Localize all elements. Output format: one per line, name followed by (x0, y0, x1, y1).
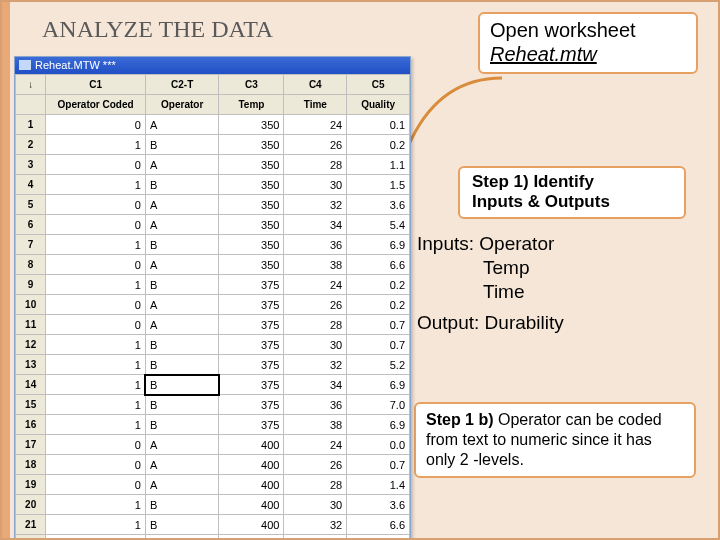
row-header[interactable]: 3 (16, 155, 46, 175)
cell[interactable]: 38 (284, 415, 347, 435)
cell[interactable]: 375 (219, 355, 284, 375)
cell[interactable]: B (145, 535, 219, 541)
cell[interactable]: 0.2 (347, 135, 410, 155)
cell[interactable]: 0.2 (347, 295, 410, 315)
row-header[interactable]: 13 (16, 355, 46, 375)
cell[interactable]: 1.5 (347, 175, 410, 195)
cell[interactable]: 1 (46, 135, 146, 155)
cell[interactable]: 32 (284, 515, 347, 535)
col-c1[interactable]: C1 (46, 75, 146, 95)
cell[interactable]: B (145, 395, 219, 415)
worksheet-window[interactable]: Reheat.MTW *** ↓ C1 C2-T C3 C4 C5 Operat… (14, 56, 411, 540)
cell[interactable]: A (145, 435, 219, 455)
row-header[interactable]: 5 (16, 195, 46, 215)
col-c5[interactable]: C5 (347, 75, 410, 95)
cell[interactable]: A (145, 155, 219, 175)
cell[interactable]: 400 (219, 535, 284, 541)
row-header[interactable]: 2 (16, 135, 46, 155)
cell[interactable]: 6.6 (347, 255, 410, 275)
col-c4[interactable]: C4 (284, 75, 347, 95)
cell[interactable]: 1 (46, 375, 146, 395)
hdr-operator[interactable]: Operator (145, 95, 219, 115)
cell[interactable]: 0 (46, 115, 146, 135)
cell[interactable]: 0 (46, 315, 146, 335)
cell[interactable]: 1 (46, 275, 146, 295)
cell[interactable]: A (145, 195, 219, 215)
cell[interactable]: 350 (219, 155, 284, 175)
cell[interactable]: 1 (46, 535, 146, 541)
row-header[interactable]: 4 (16, 175, 46, 195)
row-header[interactable]: 15 (16, 395, 46, 415)
cell[interactable]: 1.4 (347, 475, 410, 495)
cell[interactable]: A (145, 315, 219, 335)
row-header[interactable]: 16 (16, 415, 46, 435)
cell[interactable]: 375 (219, 375, 284, 395)
row-header[interactable]: 22 (16, 535, 46, 541)
cell[interactable]: A (145, 475, 219, 495)
cell[interactable]: 375 (219, 275, 284, 295)
cell[interactable]: 32 (284, 355, 347, 375)
cell[interactable]: 1 (46, 395, 146, 415)
cell[interactable]: 0.0 (347, 435, 410, 455)
cell[interactable]: 26 (284, 135, 347, 155)
cell[interactable]: 350 (219, 235, 284, 255)
row-header[interactable]: 21 (16, 515, 46, 535)
data-grid[interactable]: ↓ C1 C2-T C3 C4 C5 Operator Coded Operat… (15, 74, 410, 540)
cell[interactable]: 30 (284, 335, 347, 355)
hdr-time[interactable]: Time (284, 95, 347, 115)
cell[interactable]: 0 (46, 195, 146, 215)
cell[interactable]: 350 (219, 115, 284, 135)
row-header[interactable]: 6 (16, 215, 46, 235)
cell[interactable]: 3.6 (347, 195, 410, 215)
cell[interactable]: 32 (284, 195, 347, 215)
row-header[interactable]: 12 (16, 335, 46, 355)
cell[interactable]: 400 (219, 495, 284, 515)
cell[interactable]: 1 (46, 335, 146, 355)
cell[interactable]: B (145, 235, 219, 255)
row-header[interactable]: 7 (16, 235, 46, 255)
cell[interactable]: 34 (284, 375, 347, 395)
cell[interactable]: 0 (46, 255, 146, 275)
cell[interactable]: 1 (46, 515, 146, 535)
cell[interactable]: 0 (46, 455, 146, 475)
hdr-temp[interactable]: Temp (219, 95, 284, 115)
row-header[interactable]: 17 (16, 435, 46, 455)
cell[interactable]: 24 (284, 115, 347, 135)
cell[interactable]: B (145, 355, 219, 375)
cell[interactable]: 34 (284, 535, 347, 541)
cell[interactable]: 0.7 (347, 315, 410, 335)
cell[interactable]: 6.9 (347, 235, 410, 255)
cell[interactable]: B (145, 335, 219, 355)
cell[interactable]: 1 (46, 495, 146, 515)
cell[interactable]: 0.7 (347, 455, 410, 475)
col-c3[interactable]: C3 (219, 75, 284, 95)
cell[interactable]: 0 (46, 295, 146, 315)
cell[interactable]: B (145, 415, 219, 435)
cell[interactable]: 28 (284, 475, 347, 495)
cell[interactable]: A (145, 455, 219, 475)
cell[interactable]: B (145, 175, 219, 195)
row-header[interactable]: 8 (16, 255, 46, 275)
cell[interactable]: 1.1 (347, 155, 410, 175)
row-header[interactable]: 9 (16, 275, 46, 295)
cell[interactable]: 30 (284, 495, 347, 515)
hdr-blank[interactable] (16, 95, 46, 115)
cell[interactable]: B (145, 375, 219, 395)
cell[interactable]: 6.6 (347, 515, 410, 535)
col-c2[interactable]: C2-T (145, 75, 219, 95)
cell[interactable]: 375 (219, 335, 284, 355)
cell[interactable]: 3.6 (347, 495, 410, 515)
hdr-opcoded[interactable]: Operator Coded (46, 95, 146, 115)
row-header[interactable]: 20 (16, 495, 46, 515)
cell[interactable]: 0 (46, 435, 146, 455)
cell[interactable]: 350 (219, 215, 284, 235)
cell[interactable]: 375 (219, 415, 284, 435)
cell[interactable]: 400 (219, 475, 284, 495)
cell[interactable]: 36 (284, 235, 347, 255)
cell[interactable]: 5.2 (347, 355, 410, 375)
cell[interactable]: 400 (219, 455, 284, 475)
worksheet-titlebar[interactable]: Reheat.MTW *** (15, 57, 410, 74)
cell[interactable]: 400 (219, 515, 284, 535)
cell[interactable]: 1 (46, 235, 146, 255)
hdr-quality[interactable]: Quality (347, 95, 410, 115)
